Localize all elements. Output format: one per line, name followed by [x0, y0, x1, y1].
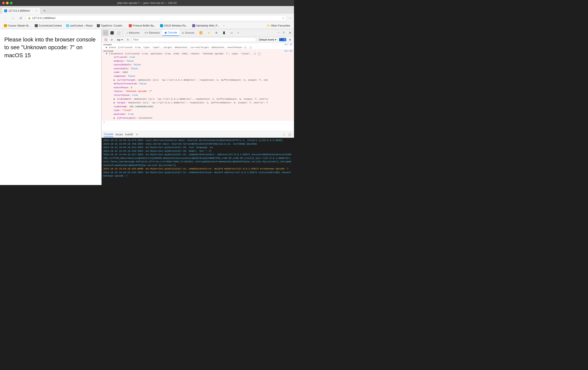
- bookmark-item-usecontext[interactable]: useContext – React: [64, 24, 94, 28]
- prop-currentTarget: currentTarget: WebSocket {url: 'ws://127…: [109, 78, 292, 82]
- prop-srcElement: srcElement: WebSocket {url: 'ws://127.0.…: [109, 97, 292, 101]
- tab-device-mode[interactable]: 📱: [220, 30, 228, 36]
- bc-actions: ⬚ ⬜: [282, 132, 292, 137]
- tab-sources[interactable]: ⊙ Sources: [180, 30, 197, 36]
- bookmark-item-asus[interactable]: ASUS Wireless Ro...: [158, 24, 189, 28]
- browser-chrome: 🔷 127.0.0.1:8080/en/ × + ‹ › ↺ 🔒 127.0.0…: [0, 6, 294, 29]
- context-dropdown-icon: ▾: [121, 38, 123, 41]
- bc-action-2[interactable]: ⬜: [287, 132, 292, 137]
- inspect-button[interactable]: ⬜: [116, 30, 121, 36]
- select-element-button[interactable]: ⬚: [103, 30, 108, 36]
- devtools-more-button[interactable]: ⋯: [278, 31, 280, 34]
- log-link-onopen[interactable]: en/:15: [284, 44, 292, 46]
- tab-title: 127.0.0.1:8080/en/: [8, 9, 33, 12]
- panel-icon: ▭: [230, 31, 233, 34]
- tab-add[interactable]: +: [235, 30, 241, 36]
- tab-network[interactable]: 📶: [197, 30, 205, 36]
- welcome-icon: ⌂: [126, 31, 128, 34]
- performance-icon: ⚡: [207, 31, 210, 34]
- log-link-onclose[interactable]: en/:29: [284, 50, 292, 52]
- bc-tab-issues[interactable]: Issues: [116, 132, 123, 137]
- terminal-line-2: 2024-10-15 16:04:18.706:INFO :oejs.Serve…: [103, 142, 292, 146]
- terminal-area: 2024-10-15 16:04:18.674:INFO :oejs.Abstr…: [102, 138, 294, 185]
- info-icon: i: [258, 53, 261, 55]
- tab-panel[interactable]: ▭: [228, 30, 235, 36]
- terminal-line-7: 2024-10-15 16:04:19.636:INFO :ms.MyServl…: [103, 171, 292, 178]
- traffic-lights: [2, 2, 12, 4]
- prop-isTrusted: isTrusted: true: [109, 55, 292, 59]
- bc-tab-autofill[interactable]: Autofill: [125, 132, 133, 137]
- devtools-tabs: ⌂ Welcome </> Elements ▣ Console ⊙ Sourc…: [124, 30, 277, 36]
- title-bar: jetty-mac-opcode-7 — java • test-mac.sh …: [0, 0, 294, 6]
- bc-add-panel-button[interactable]: +: [135, 132, 139, 137]
- terminal-line-6: 2024-10-15 16:04:19.635:WARN :ms.MyServl…: [103, 167, 292, 171]
- tab-performance[interactable]: ⚡: [205, 30, 213, 36]
- active-tab[interactable]: 🔷 127.0.0.1:8080/en/ ×: [2, 7, 41, 14]
- terminal-line-4: 2024-10-15 16:04:19.549:INFO :ms.MyServl…: [103, 149, 292, 153]
- close-event-header: CloseEvent {isTrusted: true, wasClean: t…: [106, 53, 292, 55]
- log-entry-header-onclose: onclose en/:29: [103, 50, 292, 53]
- forward-button[interactable]: ›: [10, 15, 16, 21]
- expand-srcElement[interactable]: [114, 97, 115, 101]
- back-button[interactable]: ‹: [2, 15, 8, 21]
- bookmark-item-alphabetty[interactable]: Alphabetty Wiki | F...: [190, 24, 221, 28]
- prop-eventPhase: eventPhase: 0: [109, 86, 292, 90]
- browser-menu-button[interactable]: ⋯: [289, 16, 292, 20]
- context-label: top: [117, 38, 121, 41]
- expand-target[interactable]: [114, 101, 115, 105]
- log-level-dropdown-icon: ▾: [275, 38, 276, 41]
- log-entry-onopen: onopen en/:15 Event {isTrusted: true, ty…: [102, 43, 294, 49]
- bookmark-item-protocol[interactable]: Protocol Buffer Ba...: [127, 24, 158, 28]
- log-body-onopen: Event {isTrusted: true, type: 'open', ta…: [103, 46, 292, 49]
- context-selector[interactable]: top ▾: [116, 38, 124, 42]
- prop-cancelBubble: cancelBubble: false: [109, 63, 292, 67]
- console-output[interactable]: onopen en/:15 Event {isTrusted: true, ty…: [102, 43, 294, 131]
- devtools-close-button[interactable]: ✕: [287, 30, 293, 36]
- prop-reason: reason: "Unknown opcode: 7": [109, 90, 292, 93]
- expand-currentTarget[interactable]: [114, 78, 115, 82]
- address-bar[interactable]: 🔒 127.0.0.1:8080/en/ ☆: [25, 15, 287, 21]
- expand-arrow-event[interactable]: [106, 46, 107, 49]
- prop-timeStamp: timeStamp: 395.1000000014901: [109, 105, 292, 109]
- tab-elements[interactable]: </> Elements: [142, 30, 162, 36]
- log-body-onclose: CloseEvent {isTrusted: true, wasClean: t…: [103, 53, 292, 120]
- lock-icon: 🔒: [28, 17, 31, 19]
- tab-settings[interactable]: ⚙: [213, 30, 220, 36]
- console-settings-button[interactable]: ⚙: [287, 37, 292, 42]
- clear-console-button[interactable]: 🚫: [103, 37, 108, 42]
- prop-defaultPrevented: defaultPrevented: false: [109, 82, 292, 86]
- maximize-traffic-light[interactable]: [10, 2, 12, 4]
- bc-tab-console[interactable]: Console: [104, 132, 113, 137]
- tab-welcome[interactable]: ⌂ Welcome: [124, 30, 142, 36]
- bookmark-favicon-currentuser: [35, 24, 38, 27]
- expand-prototype[interactable]: [114, 116, 115, 120]
- bookmark-star-button[interactable]: ☆: [282, 16, 285, 20]
- bc-action-1[interactable]: ⬚: [282, 132, 286, 137]
- device-toggle-button[interactable]: ⬛: [109, 30, 115, 36]
- new-tab-button[interactable]: +: [42, 8, 47, 14]
- other-favourites-folder[interactable]: 📁 Other Favourites: [265, 24, 292, 28]
- filter-toggle-button[interactable]: ⊘: [109, 37, 114, 42]
- tab-welcome-label: Welcome: [129, 31, 140, 34]
- refresh-console-button[interactable]: ↻: [126, 37, 130, 42]
- bookmark-item-course[interactable]: Course: Master M...: [2, 24, 32, 28]
- toolbar-divider: [123, 31, 123, 35]
- console-prompt[interactable]: >: [102, 121, 294, 124]
- tab-close-button[interactable]: ×: [35, 9, 38, 12]
- log-label-onclose: onclose: [103, 50, 113, 53]
- bookmarks-more-button[interactable]: ›: [222, 24, 226, 28]
- devtools-help-button[interactable]: ?: [281, 30, 287, 36]
- reload-button[interactable]: ↺: [18, 15, 24, 21]
- console-icon: ▣: [164, 31, 167, 34]
- console-toolbar: 🚫 ⊘ top ▾ ↻ Default levels ▾ 🐞 3 ⚙: [102, 36, 294, 43]
- minimize-traffic-light[interactable]: [6, 2, 9, 4]
- expand-arrow-close-event[interactable]: [106, 53, 107, 55]
- filter-input[interactable]: [132, 37, 256, 42]
- bookmark-item-currentuser[interactable]: CurrentUserContext: [33, 24, 63, 28]
- close-event-preview: CloseEvent {isTrusted: true, wasClean: t…: [109, 53, 256, 55]
- tab-bar: 🔷 127.0.0.1:8080/en/ × +: [0, 6, 294, 14]
- bookmark-item-typeerror[interactable]: TypeError: Couldn'...: [95, 24, 126, 28]
- close-traffic-light[interactable]: [2, 2, 5, 4]
- log-level-selector[interactable]: Default levels ▾: [257, 38, 278, 42]
- tab-console[interactable]: ▣ Console: [162, 30, 179, 36]
